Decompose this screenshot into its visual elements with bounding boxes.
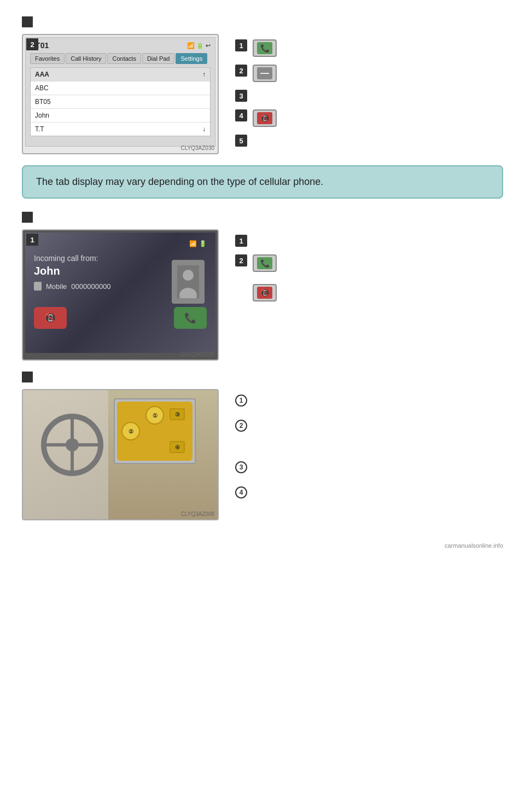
item4-badge: 4	[235, 109, 247, 121]
steering-btn-4[interactable]: ④	[170, 441, 185, 453]
steering-btn-1[interactable]: ①	[145, 406, 164, 425]
s2-item2-badge: 2	[235, 254, 247, 266]
item2-badge: 2	[235, 65, 247, 77]
section2-bullet	[22, 212, 33, 223]
s3-item-4: 4	[235, 486, 503, 498]
page-container: 2 BT01 📶 🔋 ↩ Favorites Call History Cont…	[0, 0, 525, 565]
phone-number-label: 0000000000	[71, 282, 110, 291]
incoming-screen: 1 📶 🔋 Incoming call from: John Mobile 00…	[22, 229, 219, 361]
incoming-buttons: 📵 📞	[34, 307, 207, 329]
button-cluster-inner: ① ② ③ ④	[117, 402, 192, 461]
steering-wheel-svg	[39, 412, 105, 478]
tab-contacts[interactable]: Contacts	[107, 53, 141, 64]
battery-icon: 🔋	[199, 240, 207, 247]
s3-badge-1: 1	[235, 395, 247, 407]
minus-icon: —	[257, 67, 272, 79]
screen1-icons: 📶 🔋 ↩	[187, 42, 211, 49]
screen1-tabs[interactable]: Favorites Call History Contacts Dial Pad…	[30, 53, 211, 64]
section3-bullet	[22, 372, 33, 382]
footer-url: carmanualsonline.info	[22, 542, 503, 549]
s2-item1-badge: 1	[235, 235, 247, 247]
section2-item-1: 1	[235, 235, 503, 247]
section1-item-2: 2 —	[235, 65, 503, 82]
incoming-status-bar: 📶 🔋	[34, 240, 207, 247]
s3-badge-4: 4	[235, 486, 247, 498]
image-code-2: CLYQ3AZ020	[180, 351, 214, 357]
s2-red-phone-box: 📵	[253, 284, 277, 301]
section2-items: 1 2 📞 📵	[235, 229, 503, 301]
image-code-3: CLYQ3AZ008	[180, 511, 214, 517]
steering-btn-2[interactable]: ②	[121, 422, 140, 440]
phone-type-label: Mobile	[46, 282, 67, 291]
screen1-topbar: BT01 📶 🔋 ↩	[30, 41, 211, 50]
button-cluster-container: ① ② ③ ④	[114, 398, 196, 464]
section1-item-4: 4 📵	[235, 109, 503, 127]
section1-item-3: 3	[235, 90, 503, 102]
s3-item-3: 3	[235, 461, 503, 473]
screen1-badge: 2	[26, 38, 38, 50]
section2-item-2: 2 📞	[235, 254, 503, 272]
green-phone-icon-box: 📞	[253, 39, 277, 57]
section1-items: 1 📞 2 — 3 4	[235, 34, 503, 147]
decline-icon: 📵	[44, 312, 56, 324]
section1-bullet	[22, 16, 33, 27]
svg-point-1	[183, 270, 194, 281]
steering-wheel	[39, 412, 105, 479]
s3-spacer	[235, 445, 503, 454]
section2-content: 1 📶 🔋 Incoming call from: John Mobile 00…	[22, 229, 503, 361]
mobile-type-icon	[34, 282, 42, 291]
s2-green-phone-box: 📞	[253, 254, 277, 272]
signal-icon: 📶	[189, 240, 197, 247]
item1-badge: 1	[235, 39, 247, 51]
tab-favorites[interactable]: Favorites	[30, 53, 65, 64]
contact-list: AAA ↑ ABC BT05 John T.T ↓	[30, 67, 211, 136]
btn3-num: ③	[175, 411, 180, 417]
btn4-num: ④	[175, 444, 180, 450]
red-phone-icon-box: 📵	[253, 109, 277, 127]
tab-callhistory[interactable]: Call History	[66, 53, 106, 64]
s3-item-2: 2	[235, 420, 503, 432]
decline-phone-icon: 📵	[257, 112, 272, 124]
s3-item-1: 1	[235, 395, 503, 407]
contact-row: John	[31, 109, 210, 123]
s2-accept-icon: 📞	[257, 257, 272, 269]
s2-decline-icon: 📵	[257, 287, 272, 299]
accept-icon: 📞	[184, 312, 196, 324]
notice-text: The tab display may vary depending on th…	[36, 176, 323, 187]
btn1-num: ①	[153, 413, 158, 419]
btn2-num: ②	[129, 428, 133, 434]
contact-row: AAA ↑	[31, 68, 210, 82]
accept-phone-icon: 📞	[257, 42, 272, 54]
steering-wheel-image: ① ② ③ ④	[22, 389, 219, 520]
accept-button[interactable]: 📞	[174, 307, 207, 329]
decline-button[interactable]: 📵	[34, 307, 67, 329]
tab-settings[interactable]: Settings	[176, 53, 207, 64]
section3-content: ① ② ③ ④	[22, 389, 503, 520]
image-code-1: CLYQ3AZ030	[180, 145, 214, 151]
notice-box: The tab display may vary depending on th…	[22, 165, 503, 199]
screen1-inner: BT01 📶 🔋 ↩ Favorites Call History Contac…	[25, 37, 215, 147]
s3-badge-2: 2	[235, 420, 247, 432]
contact-row: BT05	[31, 95, 210, 109]
steering-btn-3[interactable]: ③	[170, 408, 185, 420]
caller-image	[172, 260, 205, 304]
item3-badge: 3	[235, 90, 247, 102]
section1-item-1: 1 📞	[235, 39, 503, 57]
section1-screen: 2 BT01 📶 🔋 ↩ Favorites Call History Cont…	[22, 34, 219, 154]
contact-row: ABC	[31, 82, 210, 95]
dashboard-area: ① ② ③ ④	[108, 390, 218, 519]
tab-dialpad[interactable]: Dial Pad	[142, 53, 175, 64]
contact-row: T.T ↓	[31, 123, 210, 136]
section3-items: 1 2 3 4	[235, 389, 503, 504]
section3-header	[22, 372, 503, 382]
section2-item-2b: 📵	[235, 284, 503, 301]
section1-content: 2 BT01 📶 🔋 ↩ Favorites Call History Cont…	[22, 34, 503, 154]
section1-item-5: 5	[235, 135, 503, 147]
s3-badge-3: 3	[235, 461, 247, 473]
svg-point-8	[66, 438, 79, 451]
incoming-inner: 📶 🔋 Incoming call from: John Mobile 0000…	[25, 233, 215, 353]
section2-header	[22, 212, 503, 223]
incoming-screen-badge: 1	[26, 234, 38, 246]
item5-badge: 5	[235, 135, 247, 147]
section1-header	[22, 16, 503, 27]
